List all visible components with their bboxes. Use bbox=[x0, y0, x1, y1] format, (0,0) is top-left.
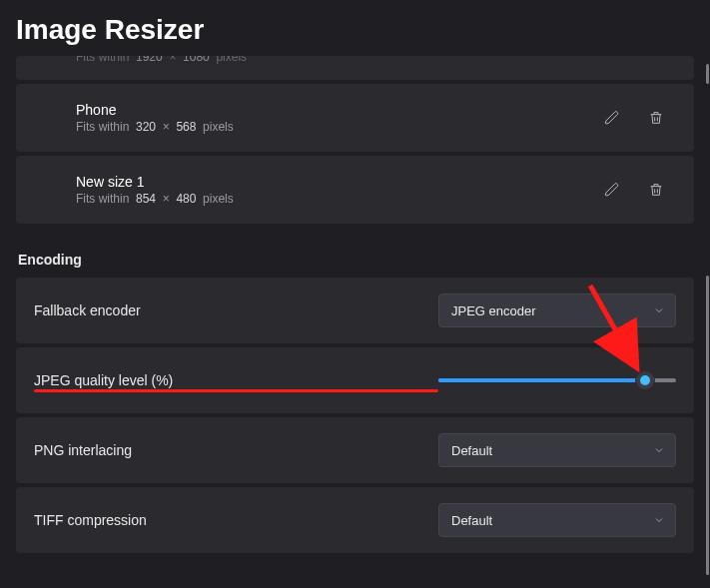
preset-row[interactable]: Fits within 1920 × 1080 pixels bbox=[16, 56, 694, 80]
row-label: Fallback encoder bbox=[34, 302, 438, 318]
content-area: Fits within 1920 × 1080 pixels Phone Fit… bbox=[0, 56, 710, 588]
pencil-icon bbox=[604, 182, 620, 198]
chevron-down-icon bbox=[653, 444, 665, 456]
row-jpeg-quality: JPEG quality level (%) bbox=[16, 347, 694, 413]
preset-name: Phone bbox=[76, 102, 586, 118]
preset-row[interactable]: Phone Fits within 320 × 568 pixels bbox=[16, 84, 694, 152]
preset-dimensions: Fits within 320 × 568 pixels bbox=[76, 120, 586, 134]
preset-row[interactable]: New size 1 Fits within 854 × 480 pixels bbox=[16, 156, 694, 224]
chevron-down-icon bbox=[653, 304, 665, 316]
section-title-encoding: Encoding bbox=[18, 252, 694, 268]
slider-thumb[interactable] bbox=[636, 371, 654, 389]
jpeg-quality-slider[interactable] bbox=[438, 370, 676, 390]
select-value: Default bbox=[451, 443, 492, 458]
scrollbar[interactable] bbox=[706, 64, 709, 583]
png-interlacing-select[interactable]: Default bbox=[438, 433, 676, 467]
select-value: Default bbox=[451, 513, 492, 528]
edit-button[interactable] bbox=[594, 100, 630, 136]
preset-info: Fits within 1920 × 1080 pixels bbox=[76, 56, 674, 68]
preset-dimensions: Fits within 854 × 480 pixels bbox=[76, 192, 586, 206]
trash-icon bbox=[648, 110, 664, 126]
chevron-down-icon bbox=[653, 514, 665, 526]
trash-icon bbox=[648, 182, 664, 198]
preset-dimensions: Fits within 1920 × 1080 pixels bbox=[76, 56, 674, 64]
tiff-compression-select[interactable]: Default bbox=[438, 503, 676, 537]
row-label: JPEG quality level (%) bbox=[34, 372, 438, 388]
scrollbar-thumb[interactable] bbox=[706, 64, 709, 84]
scrollbar-thumb[interactable] bbox=[706, 276, 709, 575]
select-value: JPEG encoder bbox=[451, 303, 536, 318]
row-label: PNG interlacing bbox=[34, 442, 438, 458]
page-title: Image Resizer bbox=[16, 14, 694, 46]
preset-info: Phone Fits within 320 × 568 pixels bbox=[76, 102, 586, 134]
fallback-encoder-select[interactable]: JPEG encoder bbox=[438, 294, 676, 327]
row-label: TIFF compression bbox=[34, 512, 438, 528]
preset-name: New size 1 bbox=[76, 174, 586, 190]
delete-button[interactable] bbox=[638, 172, 674, 208]
slider-fill bbox=[438, 378, 645, 382]
edit-button[interactable] bbox=[594, 172, 630, 208]
delete-button[interactable] bbox=[638, 100, 674, 136]
pencil-icon bbox=[604, 110, 620, 126]
row-tiff-compression: TIFF compression Default bbox=[16, 487, 694, 553]
row-png-interlacing: PNG interlacing Default bbox=[16, 417, 694, 483]
row-fallback-encoder: Fallback encoder JPEG encoder bbox=[16, 278, 694, 343]
preset-info: New size 1 Fits within 854 × 480 pixels bbox=[76, 174, 586, 206]
annotation-underline bbox=[34, 389, 438, 392]
app-header: Image Resizer bbox=[0, 0, 710, 56]
